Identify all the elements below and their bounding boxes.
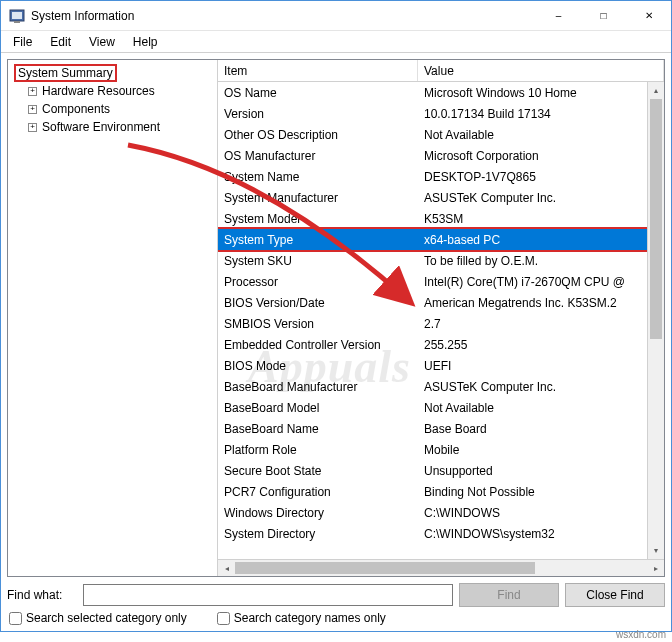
find-button[interactable]: Find — [459, 583, 559, 607]
table-row[interactable]: BaseBoard NameBase Board — [218, 418, 664, 439]
table-row[interactable]: Platform RoleMobile — [218, 439, 664, 460]
list-pane: Item Value OS NameMicrosoft Windows 10 H… — [218, 60, 664, 576]
scroll-left-icon[interactable]: ◂ — [218, 560, 235, 576]
table-row[interactable]: System ManufacturerASUSTeK Computer Inc. — [218, 187, 664, 208]
cell-value: DESKTOP-1V7Q865 — [418, 170, 664, 184]
menubar: File Edit View Help — [1, 31, 671, 53]
table-row[interactable]: BaseBoard ModelNot Available — [218, 397, 664, 418]
col-header-item[interactable]: Item — [218, 60, 418, 81]
cell-value: Mobile — [418, 443, 664, 457]
close-find-button[interactable]: Close Find — [565, 583, 665, 607]
minimize-button[interactable]: – — [536, 1, 581, 30]
col-header-value[interactable]: Value — [418, 60, 664, 81]
cell-value: Intel(R) Core(TM) i7-2670QM CPU @ — [418, 275, 664, 289]
cell-value: UEFI — [418, 359, 664, 373]
table-row[interactable]: System SKUTo be filled by O.E.M. — [218, 250, 664, 271]
cell-item: OS Name — [218, 86, 418, 100]
cell-item: Embedded Controller Version — [218, 338, 418, 352]
cell-item: BaseBoard Name — [218, 422, 418, 436]
find-input[interactable] — [83, 584, 453, 606]
menu-help[interactable]: Help — [125, 33, 166, 51]
find-label: Find what: — [7, 588, 77, 602]
tree-root[interactable]: System Summary — [12, 64, 213, 82]
scroll-track[interactable] — [648, 99, 664, 542]
checkbox-input[interactable] — [9, 612, 22, 625]
expand-icon[interactable]: + — [28, 87, 37, 96]
cell-value: ASUSTeK Computer Inc. — [418, 191, 664, 205]
svg-rect-1 — [12, 12, 22, 19]
table-row[interactable]: BIOS ModeUEFI — [218, 355, 664, 376]
maximize-button[interactable]: □ — [581, 1, 626, 30]
cell-item: PCR7 Configuration — [218, 485, 418, 499]
table-row[interactable]: Version10.0.17134 Build 17134 — [218, 103, 664, 124]
checkbox-input[interactable] — [217, 612, 230, 625]
tree-child-hardware[interactable]: + Hardware Resources — [26, 82, 213, 100]
table-row[interactable]: OS NameMicrosoft Windows 10 Home — [218, 82, 664, 103]
table-row[interactable]: PCR7 ConfigurationBinding Not Possible — [218, 481, 664, 502]
expand-icon[interactable]: + — [28, 123, 37, 132]
cell-item: BaseBoard Manufacturer — [218, 380, 418, 394]
table-row[interactable]: System ModelK53SM — [218, 208, 664, 229]
cell-item: OS Manufacturer — [218, 149, 418, 163]
app-icon — [9, 8, 25, 24]
tree-child-components[interactable]: + Components — [26, 100, 213, 118]
svg-rect-2 — [14, 21, 20, 23]
cell-value: 255.255 — [418, 338, 664, 352]
table-row[interactable]: BaseBoard ManufacturerASUSTeK Computer I… — [218, 376, 664, 397]
table-row[interactable]: System Typex64-based PC — [218, 229, 664, 250]
scroll-thumb-h[interactable] — [235, 562, 535, 574]
cell-value: Unsupported — [418, 464, 664, 478]
menu-edit[interactable]: Edit — [42, 33, 79, 51]
content-pane: System Summary + Hardware Resources + Co… — [7, 59, 665, 577]
cell-item: Platform Role — [218, 443, 418, 457]
table-row[interactable]: System NameDESKTOP-1V7Q865 — [218, 166, 664, 187]
cell-item: System Name — [218, 170, 418, 184]
cell-item: Secure Boot State — [218, 464, 418, 478]
scroll-thumb[interactable] — [650, 99, 662, 339]
list-body: OS NameMicrosoft Windows 10 HomeVersion1… — [218, 82, 664, 559]
tree-item-label: Components — [42, 102, 110, 116]
list-header: Item Value — [218, 60, 664, 82]
tree-child-software[interactable]: + Software Environment — [26, 118, 213, 136]
table-row[interactable]: Windows DirectoryC:\WINDOWS — [218, 502, 664, 523]
vertical-scrollbar[interactable]: ▴ ▾ — [647, 82, 664, 559]
table-row[interactable]: BIOS Version/DateAmerican Megatrends Inc… — [218, 292, 664, 313]
cell-value: x64-based PC — [418, 233, 664, 247]
cell-value: To be filled by O.E.M. — [418, 254, 664, 268]
cell-item: Other OS Description — [218, 128, 418, 142]
menu-file[interactable]: File — [5, 33, 40, 51]
search-selected-checkbox[interactable]: Search selected category only — [9, 611, 187, 625]
cell-value: Base Board — [418, 422, 664, 436]
search-names-checkbox[interactable]: Search category names only — [217, 611, 386, 625]
table-row[interactable]: Secure Boot StateUnsupported — [218, 460, 664, 481]
table-row[interactable]: Other OS DescriptionNot Available — [218, 124, 664, 145]
tree-pane: System Summary + Hardware Resources + Co… — [8, 60, 218, 576]
expand-icon[interactable]: + — [28, 105, 37, 114]
cell-item: SMBIOS Version — [218, 317, 418, 331]
scroll-down-icon[interactable]: ▾ — [648, 542, 664, 559]
cell-value: Microsoft Corporation — [418, 149, 664, 163]
tree-root-label: System Summary — [14, 64, 117, 82]
cell-value: 2.7 — [418, 317, 664, 331]
horizontal-scrollbar[interactable]: ◂ ▸ — [218, 559, 664, 576]
cell-value: Not Available — [418, 128, 664, 142]
scroll-right-icon[interactable]: ▸ — [647, 560, 664, 576]
cell-item: System Model — [218, 212, 418, 226]
menu-view[interactable]: View — [81, 33, 123, 51]
table-row[interactable]: ProcessorIntel(R) Core(TM) i7-2670QM CPU… — [218, 271, 664, 292]
cell-value: American Megatrends Inc. K53SM.2 — [418, 296, 664, 310]
window-title: System Information — [31, 9, 536, 23]
table-row[interactable]: System DirectoryC:\WINDOWS\system32 — [218, 523, 664, 544]
cell-item: Version — [218, 107, 418, 121]
table-row[interactable]: OS ManufacturerMicrosoft Corporation — [218, 145, 664, 166]
cell-item: System Manufacturer — [218, 191, 418, 205]
table-row[interactable]: Embedded Controller Version255.255 — [218, 334, 664, 355]
close-button[interactable]: ✕ — [626, 1, 671, 30]
cell-value: K53SM — [418, 212, 664, 226]
scroll-track-h[interactable] — [235, 560, 647, 576]
scroll-up-icon[interactable]: ▴ — [648, 82, 664, 99]
cell-value: C:\WINDOWS — [418, 506, 664, 520]
table-row[interactable]: SMBIOS Version2.7 — [218, 313, 664, 334]
find-bar: Find what: Find Close Find Search select… — [7, 583, 665, 625]
cell-item: System SKU — [218, 254, 418, 268]
